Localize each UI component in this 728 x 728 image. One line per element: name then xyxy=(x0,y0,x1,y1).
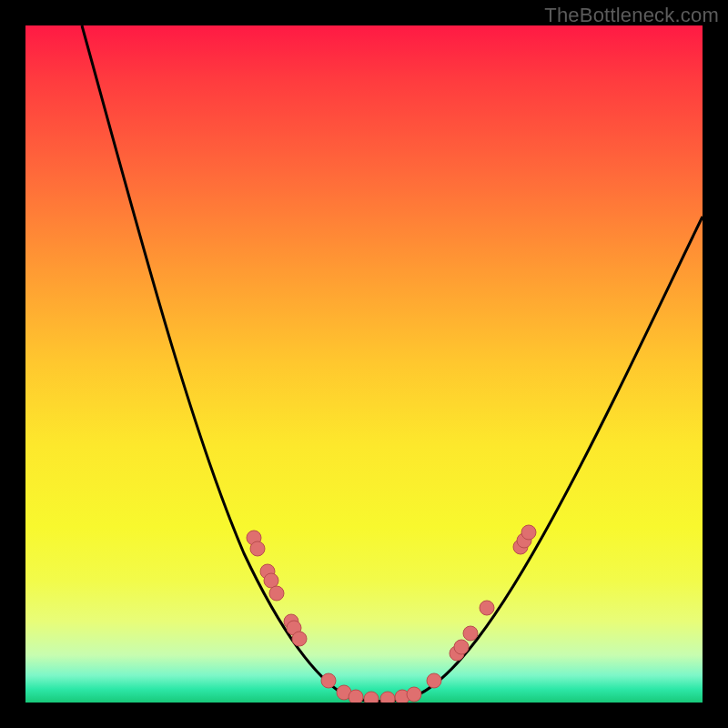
marker-point xyxy=(269,586,284,601)
marker-point xyxy=(407,687,421,702)
v-curve xyxy=(82,25,703,702)
marker-point xyxy=(380,692,395,703)
plot-area xyxy=(25,25,703,703)
marker-point xyxy=(349,690,363,703)
marker-point xyxy=(292,632,307,646)
chart-svg xyxy=(25,25,703,703)
marker-point xyxy=(480,601,494,615)
marker-point xyxy=(250,541,265,556)
watermark-text: TheBottleneck.com xyxy=(544,4,719,27)
marker-point xyxy=(454,640,469,654)
marker-point xyxy=(321,673,336,688)
marker-point xyxy=(463,626,478,641)
marker-point xyxy=(427,673,441,688)
markers-group xyxy=(247,525,536,703)
marker-point xyxy=(364,692,379,703)
marker-point xyxy=(521,525,536,540)
outer-frame: TheBottleneck.com xyxy=(0,0,728,728)
